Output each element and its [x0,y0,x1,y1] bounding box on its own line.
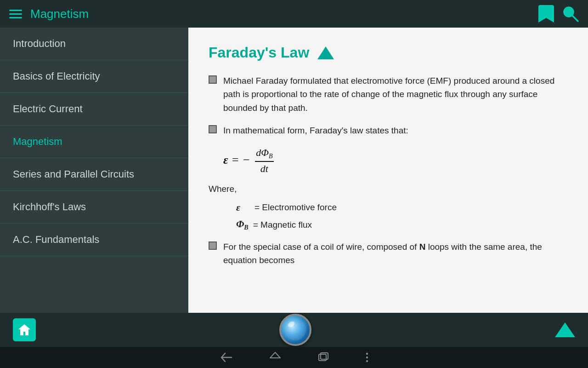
bullet-bold-N: N [419,242,426,252]
top-bar: Magnetism [0,0,588,28]
sidebar-item-basics-electricity[interactable]: Basics of Electricity [0,60,188,93]
sidebar-item-electric-current[interactable]: Electric Current [0,93,188,126]
search-icon[interactable] [562,6,579,22]
svg-point-7 [366,356,368,358]
android-nav-bar [0,347,588,368]
svg-point-6 [366,353,368,355]
bullet-item-1: Michael Faraday formulated that electrom… [209,74,568,115]
android-menu-button[interactable] [366,352,368,362]
android-recents-button[interactable] [318,352,329,362]
home-button[interactable] [13,318,36,341]
bullet-icon-2 [209,125,217,133]
app-logo[interactable] [279,314,311,346]
scroll-up-bottom-button[interactable] [555,322,575,337]
formula-denominator: dt [260,162,269,175]
content-header: Faraday's Law [209,44,568,61]
sidebar: Introduction Basics of Electricity Elect… [0,28,188,313]
scroll-up-button[interactable] [317,46,334,59]
main-area: Introduction Basics of Electricity Elect… [0,28,588,313]
formula-numerator: dΦB [255,147,273,162]
where-section: Where, [209,184,568,194]
formula-fraction: dΦB dt [255,147,273,175]
bullet-text-3: For the special case of a coil of wire, … [223,240,568,267]
where-item-phi: ΦB = Magnetic flux [236,218,568,231]
top-bar-right [538,5,579,23]
where-phi-desc: = Magnetic flux [253,220,312,230]
logo-shine [287,321,296,328]
bullet-list: Michael Faraday formulated that electrom… [209,74,568,138]
bullet-list-2: For the special case of a coil of wire, … [209,240,568,267]
svg-point-8 [366,360,368,362]
logo-inner [285,319,306,340]
app-bottom-bar [0,313,588,347]
where-label: Where, [209,184,237,194]
symbol-epsilon: ε [236,201,250,213]
formula-epsilon: ε [223,153,228,166]
where-item-epsilon: ε = Electromotive force [236,201,568,213]
bullet-item-2: In mathematical form, Faraday's law stat… [209,124,568,137]
bullet-text-1: Michael Faraday formulated that electrom… [223,74,568,115]
top-bar-left: Magnetism [9,7,89,21]
symbol-phi: ΦB [236,218,249,231]
app-title: Magnetism [30,7,89,21]
sidebar-item-introduction[interactable]: Introduction [0,28,188,60]
bullet-icon-1 [209,75,217,84]
bullet-text-2: In mathematical form, Faraday's law stat… [223,124,408,137]
content-panel: Faraday's Law Michael Faraday formulated… [188,28,588,313]
android-home-button[interactable] [269,351,281,363]
bullet-item-3: For the special case of a coil of wire, … [209,240,568,267]
hamburger-menu-button[interactable] [9,10,22,18]
android-back-button[interactable] [220,352,232,362]
sidebar-item-series-parallel[interactable]: Series and Parallel Circuits [0,158,188,191]
bullet-icon-3 [209,242,217,250]
home-icon [17,323,31,336]
where-epsilon-desc: = Electromotive force [254,202,337,213]
sidebar-item-magnetism[interactable]: Magnetism [0,126,188,158]
bookmark-icon[interactable] [538,5,554,23]
formula-block: ε = − dΦB dt [223,147,568,175]
svg-line-1 [572,15,578,21]
sidebar-item-kirchhoffs-laws[interactable]: Kirchhoff's Laws [0,191,188,224]
svg-marker-3 [270,352,280,358]
sidebar-item-ac-fundamentals[interactable]: A.C. Fundamentals [0,224,188,256]
formula-equals: = − [231,153,250,166]
content-title: Faraday's Law [209,44,309,61]
